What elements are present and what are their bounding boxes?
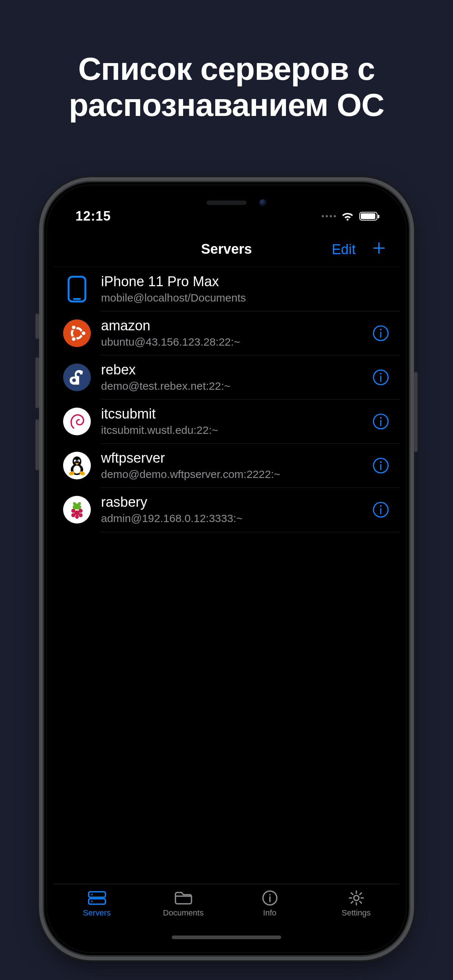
svg-point-9 <box>380 328 381 330</box>
server-info-button[interactable] <box>372 368 390 387</box>
mute-switch <box>35 313 39 339</box>
volume-down-button <box>35 419 39 470</box>
svg-rect-2 <box>69 277 85 302</box>
server-row[interactable]: amazon ubuntu@43.156.123.28:22:~ <box>54 311 399 355</box>
server-detail: itcsubmit.wustl.edu:22:~ <box>101 423 372 437</box>
volume-up-button <box>35 357 39 408</box>
power-button <box>414 372 418 452</box>
server-detail: demo@demo.wftpserver.com:2222:~ <box>101 468 372 481</box>
svg-line-55 <box>360 893 362 895</box>
svg-point-42 <box>91 894 93 896</box>
server-list: iPhone 11 Pro Max mobile@localhost/Docum… <box>54 267 399 532</box>
cellular-icon <box>322 215 336 217</box>
svg-point-12 <box>77 372 80 376</box>
ubuntu-icon <box>63 320 91 347</box>
fedora-icon <box>63 363 91 391</box>
server-info-button[interactable] <box>372 324 390 342</box>
page-title: Servers <box>201 241 252 257</box>
svg-line-54 <box>360 902 362 904</box>
svg-point-17 <box>380 417 381 418</box>
marketing-headline: Список серверов с распознаванием ОС <box>0 51 453 123</box>
svg-point-29 <box>380 461 381 463</box>
server-name: itcsubmit <box>101 406 372 423</box>
server-row[interactable]: itcsubmit itcsubmit.wustl.edu:22:~ <box>54 399 399 443</box>
svg-point-32 <box>72 509 75 513</box>
server-row[interactable]: rebex demo@test.rebex.net:22:~ <box>54 355 399 399</box>
svg-line-56 <box>351 902 353 904</box>
battery-icon <box>359 212 378 221</box>
svg-point-35 <box>79 513 83 517</box>
server-detail: admin@192.168.0.12:3333:~ <box>101 512 372 525</box>
info-icon <box>260 890 280 906</box>
server-name: rebex <box>101 362 372 379</box>
svg-point-24 <box>75 460 76 461</box>
servers-icon <box>87 890 107 906</box>
svg-line-53 <box>351 893 353 895</box>
status-time: 12:15 <box>75 208 111 224</box>
server-info-button[interactable] <box>372 412 390 431</box>
server-detail: ubuntu@43.156.123.28:22:~ <box>101 335 372 349</box>
server-info-button[interactable] <box>372 501 390 519</box>
notch <box>148 192 305 215</box>
tab-servers[interactable]: Servers <box>54 890 140 918</box>
svg-rect-40 <box>89 892 105 897</box>
screen: 12:15 Servers Edit <box>54 192 399 946</box>
svg-rect-41 <box>89 899 105 904</box>
home-indicator[interactable] <box>172 935 281 939</box>
server-detail: mobile@localhost/Documents <box>101 291 390 305</box>
phone-frame: 12:15 Servers Edit <box>44 182 409 955</box>
svg-point-6 <box>72 325 76 329</box>
tab-label: Info <box>263 908 276 918</box>
nav-bar: Servers Edit <box>54 232 399 267</box>
edit-button[interactable]: Edit <box>332 241 356 257</box>
svg-point-36 <box>75 515 79 519</box>
server-row[interactable]: wftpserver demo@demo.wftpserver.com:2222… <box>54 443 399 487</box>
folder-icon <box>174 890 193 906</box>
server-name: wftpserver <box>101 450 372 467</box>
svg-point-7 <box>72 337 76 341</box>
raspberry-pi-icon <box>63 496 91 523</box>
server-row[interactable]: rasbery admin@192.168.0.12:3333:~ <box>54 487 399 531</box>
debian-icon <box>63 407 91 435</box>
tab-label: Servers <box>83 908 111 918</box>
tab-settings[interactable]: Settings <box>313 890 399 918</box>
server-name: amazon <box>101 318 372 334</box>
tab-documents[interactable]: Documents <box>140 890 226 918</box>
svg-point-33 <box>79 509 83 513</box>
svg-point-14 <box>380 373 381 374</box>
iphone-icon <box>63 275 91 303</box>
svg-point-25 <box>78 460 79 461</box>
svg-point-11 <box>72 379 76 382</box>
tab-label: Settings <box>342 908 371 918</box>
server-detail: demo@test.rebex.net:22:~ <box>101 379 372 393</box>
tab-info[interactable]: Info <box>226 890 313 918</box>
add-server-button[interactable] <box>372 239 386 259</box>
server-info-button[interactable] <box>372 457 390 475</box>
svg-point-34 <box>72 513 75 517</box>
svg-point-5 <box>81 331 86 336</box>
server-name: iPhone 11 Pro Max <box>101 274 390 290</box>
server-row-local[interactable]: iPhone 11 Pro Max mobile@localhost/Docum… <box>54 267 399 311</box>
linux-icon <box>63 452 91 479</box>
wifi-icon <box>341 212 354 221</box>
gear-icon <box>346 890 366 906</box>
svg-point-46 <box>269 894 271 896</box>
tab-label: Documents <box>163 908 204 918</box>
svg-point-48 <box>354 896 359 900</box>
svg-point-38 <box>380 505 381 507</box>
svg-point-43 <box>91 901 93 902</box>
server-name: rasbery <box>101 494 372 511</box>
